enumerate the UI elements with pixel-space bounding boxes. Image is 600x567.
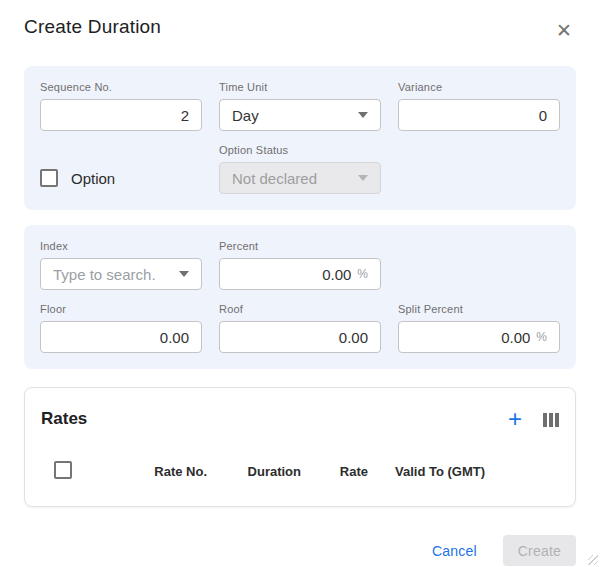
percent-input[interactable] <box>232 266 351 283</box>
roof-inputbox <box>219 321 381 353</box>
dialog-header: Create Duration ✕ <box>0 0 600 42</box>
option-status-field: Option Status Not declared <box>219 144 381 194</box>
index-label: Index <box>40 240 202 252</box>
resize-handle[interactable] <box>588 555 598 565</box>
floor-input[interactable] <box>53 329 189 346</box>
column-bar <box>543 413 547 427</box>
roof-label: Roof <box>219 303 381 315</box>
column-bar <box>555 413 559 427</box>
option-status-select: Not declared <box>219 162 381 194</box>
spacer <box>398 240 560 290</box>
chevron-down-icon <box>358 112 368 118</box>
chevron-down-icon <box>179 271 189 277</box>
time-unit-value: Day <box>232 107 259 124</box>
time-unit-label: Time Unit <box>219 81 381 93</box>
columns-icon[interactable] <box>543 411 559 427</box>
close-icon[interactable]: ✕ <box>552 18 576 42</box>
dialog-title: Create Duration <box>24 16 161 38</box>
rates-header: Rates + <box>25 388 575 439</box>
roof-input[interactable] <box>232 329 368 346</box>
time-unit-select[interactable]: Day <box>219 99 381 131</box>
index-search-input[interactable] <box>53 266 171 283</box>
floor-inputbox <box>40 321 202 353</box>
general-section: Sequence No. Time Unit Day Variance Opti… <box>24 66 576 210</box>
time-unit-field: Time Unit Day <box>219 81 381 131</box>
split-percent-field: Split Percent % <box>398 303 560 353</box>
rates-table-header: Rate No. Duration Rate Valid To (GMT) <box>25 439 575 506</box>
rates-actions: + <box>508 407 559 431</box>
split-percent-input[interactable] <box>411 329 530 346</box>
column-bar <box>549 413 553 427</box>
select-all-cell <box>41 461 89 482</box>
column-header-rate-no: Rate No. <box>89 464 207 479</box>
split-percent-inputbox: % <box>398 321 560 353</box>
option-status-label: Option Status <box>219 144 381 156</box>
dialog-footer: Cancel Create <box>24 535 576 566</box>
column-header-rate: Rate <box>301 464 368 479</box>
roof-field: Roof <box>219 303 381 353</box>
percent-label: Percent <box>219 240 381 252</box>
cancel-button[interactable]: Cancel <box>432 543 477 559</box>
sequence-no-field: Sequence No. <box>40 81 202 131</box>
index-combobox[interactable] <box>40 258 202 290</box>
floor-field: Floor <box>40 303 202 353</box>
option-checkbox[interactable] <box>40 169 58 187</box>
index-section: Index Percent % Floor Roof Split Percent… <box>24 225 576 369</box>
rates-title: Rates <box>41 409 87 429</box>
sequence-no-inputbox <box>40 99 202 131</box>
sequence-no-input[interactable] <box>53 107 189 124</box>
add-rate-icon[interactable]: + <box>508 407 522 431</box>
option-status-value: Not declared <box>232 170 317 187</box>
rates-card: Rates + Rate No. Duration Rate Valid To … <box>24 387 576 507</box>
variance-inputbox <box>398 99 560 131</box>
variance-label: Variance <box>398 81 560 93</box>
split-percent-suffix: % <box>536 330 547 344</box>
option-field: Option <box>40 169 202 187</box>
option-label: Option <box>71 170 115 187</box>
create-button[interactable]: Create <box>503 535 576 566</box>
column-header-valid-to: Valid To (GMT) <box>395 464 485 479</box>
column-header-duration: Duration <box>207 464 301 479</box>
variance-input[interactable] <box>411 107 547 124</box>
floor-label: Floor <box>40 303 202 315</box>
variance-field: Variance <box>398 81 560 131</box>
split-percent-label: Split Percent <box>398 303 560 315</box>
percent-suffix: % <box>357 267 368 281</box>
chevron-down-icon <box>358 175 368 181</box>
select-all-checkbox[interactable] <box>54 461 72 479</box>
spacer <box>398 144 560 194</box>
index-field: Index <box>40 240 202 290</box>
sequence-no-label: Sequence No. <box>40 81 202 93</box>
percent-inputbox: % <box>219 258 381 290</box>
percent-field: Percent % <box>219 240 381 290</box>
